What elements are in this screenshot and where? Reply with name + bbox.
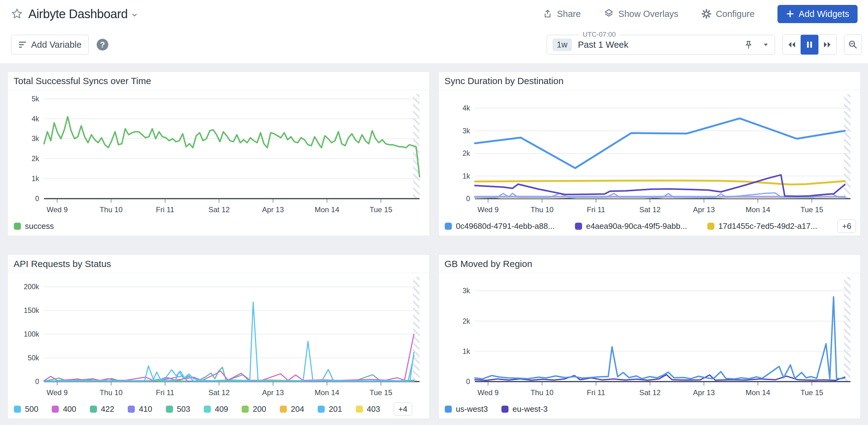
legend-item[interactable]: 204 <box>280 404 304 414</box>
chart-legend: us-west3eu-west-3 <box>439 399 860 419</box>
pin-icon[interactable] <box>744 40 753 50</box>
legend-item[interactable]: success <box>14 221 54 231</box>
legend-label: 204 <box>291 404 304 414</box>
widget-title[interactable]: API Requests by Status <box>8 255 429 273</box>
favorite-star-icon[interactable] <box>11 8 23 20</box>
x-tick-label: Apr 13 <box>693 388 715 397</box>
time-range-chip[interactable]: 1w <box>553 38 572 51</box>
chart-legend: success <box>8 216 429 236</box>
fast-forward-icon <box>823 40 832 49</box>
plus-icon <box>786 9 795 18</box>
header-actions: Share Show Overlays <box>542 5 858 23</box>
legend-color-chip <box>445 223 452 230</box>
series-line-success[interactable] <box>44 117 420 177</box>
time-controls: UTC-07:00 1w Past 1 Week <box>547 34 862 55</box>
legend-label: success <box>25 221 54 231</box>
legend-overflow-badge[interactable]: +6 <box>838 220 856 233</box>
legend-item[interactable]: 200 <box>242 404 266 414</box>
help-icon[interactable]: ? <box>97 39 108 51</box>
x-tick-label: Wed 9 <box>477 388 499 397</box>
chart-legend: 500400422410503409200204201403+4 <box>8 399 429 419</box>
legend-label: 500 <box>25 404 38 414</box>
chart-svg[interactable]: 050k100k150k200kWed 9Thu 10Fri 11Sat 12A… <box>8 273 429 399</box>
legend-item[interactable]: 503 <box>166 404 190 414</box>
legend-item[interactable]: eu-west-3 <box>501 404 548 414</box>
chart-plot[interactable]: 01k2k3k4k5kWed 9Thu 10Fri 11Sat 12Apr 13… <box>8 90 429 216</box>
share-button[interactable]: Share <box>542 9 581 19</box>
legend-item[interactable]: 409 <box>204 404 228 414</box>
time-range-picker[interactable]: UTC-07:00 1w Past 1 Week <box>547 35 775 55</box>
series-line-us-west3[interactable] <box>475 297 845 379</box>
chart-svg[interactable]: 01k2k3k4kWed 9Thu 10Fri 11Sat 12Apr 13Mo… <box>439 90 860 216</box>
y-tick-label: 4k <box>32 115 39 123</box>
legend-item[interactable]: 0c49680d-4791-4ebb-a88... <box>445 221 555 231</box>
add-widgets-label: Add Widgets <box>799 9 849 19</box>
x-tick-label: Sat 12 <box>208 205 229 214</box>
legend-item[interactable]: 201 <box>318 404 342 414</box>
time-backward-button[interactable] <box>783 35 801 55</box>
gear-icon <box>701 9 712 19</box>
y-tick-label: 50k <box>28 354 39 362</box>
legend-item[interactable]: 410 <box>128 404 152 414</box>
chart-plot[interactable]: 01k2k3k4kWed 9Thu 10Fri 11Sat 12Apr 13Mo… <box>439 90 860 216</box>
legend-label: e4aea90a-90ca-49f5-9abb... <box>586 221 687 231</box>
chart-svg[interactable]: 01k2k3kWed 9Thu 10Fri 11Sat 12Apr 13Mon … <box>439 273 860 399</box>
legend-color-chip <box>14 223 21 230</box>
x-tick-label: Wed 9 <box>477 205 499 214</box>
legend-label: 200 <box>253 404 266 414</box>
legend-overflow-badge[interactable]: +4 <box>394 402 412 416</box>
series-line-201[interactable] <box>44 355 414 381</box>
series-line-e4aea90a-90ca-49f5-9abb...[interactable] <box>475 175 845 196</box>
x-tick-label: Fri 11 <box>587 205 606 214</box>
add-variable-label: Add Variable <box>31 40 82 50</box>
x-tick-label: Tue 15 <box>370 205 393 214</box>
legend-item[interactable]: 500 <box>14 404 38 414</box>
widget-title[interactable]: GB Moved by Region <box>439 255 860 273</box>
y-tick-label: 3k <box>32 134 39 143</box>
x-tick-label: Fri 11 <box>156 205 175 214</box>
zoom-out-button[interactable] <box>844 34 862 55</box>
time-forward-button[interactable] <box>818 35 836 55</box>
show-overlays-button[interactable]: Show Overlays <box>603 9 678 19</box>
series-line-500[interactable] <box>44 302 414 381</box>
top-bar: Airbyte Dashboard Share Show Overlays <box>0 0 868 63</box>
y-tick-label: 4k <box>463 104 470 112</box>
x-tick-label: Mon 14 <box>315 205 339 214</box>
series-line-17d1455c-7ed5-49d2-a17...[interactable] <box>475 180 845 184</box>
time-pause-button[interactable] <box>801 35 818 55</box>
chart-svg[interactable]: 01k2k3k4k5kWed 9Thu 10Fri 11Sat 12Apr 13… <box>8 90 429 216</box>
page-title: Airbyte Dashboard <box>28 7 128 21</box>
x-tick-label: Fri 11 <box>587 388 606 397</box>
chart-plot[interactable]: 050k100k150k200kWed 9Thu 10Fri 11Sat 12A… <box>8 273 429 399</box>
timezone-label[interactable]: UTC-07:00 <box>579 30 620 38</box>
legend-item[interactable]: us-west3 <box>445 404 488 414</box>
legend-color-chip <box>575 223 582 230</box>
dropdown-caret-icon[interactable] <box>763 41 769 48</box>
x-tick-label: Sat 12 <box>639 388 660 397</box>
legend-item[interactable]: 400 <box>52 404 76 414</box>
legend-label: 409 <box>215 404 228 414</box>
y-tick-label: 0 <box>35 195 39 203</box>
legend-item[interactable]: 422 <box>90 404 114 414</box>
title-chevron-down-icon[interactable] <box>131 11 138 19</box>
widget-title[interactable]: Sync Duration by Destination <box>439 72 860 90</box>
series-line-422[interactable] <box>44 367 414 381</box>
series-line-400[interactable] <box>44 334 414 381</box>
time-range-icons <box>744 40 769 50</box>
legend-label: us-west3 <box>456 404 488 414</box>
add-variable-button[interactable]: Add Variable <box>11 35 89 55</box>
x-tick-label: Thu 10 <box>100 205 123 214</box>
chart-plot[interactable]: 01k2k3kWed 9Thu 10Fri 11Sat 12Apr 13Mon … <box>439 273 860 399</box>
legend-item[interactable]: 403 <box>356 404 380 414</box>
x-tick-label: Apr 13 <box>693 205 715 214</box>
legend-color-chip <box>707 223 714 230</box>
legend-item[interactable]: 17d1455c-7ed5-49d2-a17... <box>707 221 817 231</box>
legend-item[interactable]: e4aea90a-90ca-49f5-9abb... <box>575 221 687 231</box>
legend-label: 400 <box>63 404 76 414</box>
legend-color-chip <box>356 405 363 413</box>
configure-button[interactable]: Configure <box>701 9 755 19</box>
widget-title[interactable]: Total Successful Syncs over Time <box>8 72 429 90</box>
series-line-eu-west-3[interactable] <box>475 374 845 381</box>
series-line-0c49680d-4791-4ebb-a88...[interactable] <box>475 118 845 168</box>
add-widgets-button[interactable]: Add Widgets <box>777 5 858 23</box>
